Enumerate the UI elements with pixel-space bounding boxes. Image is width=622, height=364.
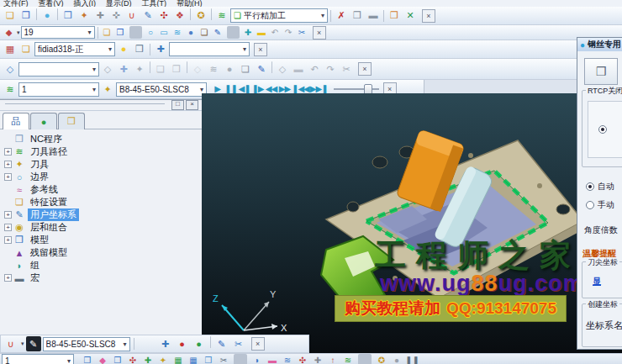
eraser-gray-icon[interactable]: ▬ (291, 61, 306, 76)
count-combo[interactable]: 19 ▾ (21, 26, 95, 39)
draw-toolbar-close-button[interactable]: × (313, 26, 326, 40)
save-icon[interactable]: ❒ (114, 26, 127, 39)
status-tool-combo[interactable]: B8-45-E50-SLSC8 ▾ (43, 337, 130, 351)
scissors-gray-icon[interactable]: ✂ (339, 61, 354, 76)
boundary-polygon-icon[interactable]: ◇ (3, 61, 18, 76)
redo-icon[interactable]: ↷ (282, 26, 295, 39)
tree-feature-sets[interactable]: ❏ 特征设置 (2, 196, 202, 208)
view-blue-icon[interactable]: ❒ (81, 354, 94, 364)
separator[interactable] (227, 26, 240, 39)
strategy-combo[interactable]: ❏ 平行精加工 ▾ (230, 8, 328, 23)
open-model-icon[interactable]: ❏ (18, 42, 34, 57)
close-panel-icon[interactable]: × (186, 100, 198, 110)
manual-radio[interactable] (586, 201, 594, 209)
pencil-blue-icon[interactable]: ✎ (214, 336, 229, 351)
status-toolbar-close-button[interactable]: × (251, 337, 265, 351)
tool-gold-icon[interactable]: ✦ (156, 354, 170, 364)
project-toolbar-close-button[interactable]: × (254, 43, 267, 56)
tree-workplanes[interactable]: + ✎ 用户坐标系 (2, 208, 202, 221)
view-pink-icon[interactable]: ◆ (96, 354, 109, 364)
boundary-tool-icon[interactable]: ✦ (132, 61, 147, 76)
separator[interactable] (187, 61, 187, 73)
chevron-down-icon[interactable]: ▾ (17, 29, 20, 36)
sphere-icon[interactable]: ● (185, 26, 198, 39)
boundary-combo[interactable]: ▾ (18, 62, 99, 76)
menu-file[interactable]: 文件(F) (3, 0, 29, 7)
view-blue2-icon[interactable]: ❒ (111, 354, 124, 364)
save-project-icon[interactable]: ❒ (18, 8, 34, 24)
tree-levels-and-sets[interactable]: + ◉ 层和组合 (2, 221, 202, 234)
tab-explorer[interactable]: 品 (3, 113, 29, 129)
tool-holder-icon[interactable]: ✦ (100, 82, 115, 97)
separator[interactable] (190, 8, 191, 20)
spring-green-icon[interactable]: ≋ (341, 354, 355, 364)
grid-green-icon[interactable]: ▦ (171, 354, 185, 364)
menu-view[interactable]: 查看(V) (39, 0, 64, 7)
anchor-gray-icon[interactable]: ✚ (311, 354, 324, 364)
menu-display[interactable]: 显示(D) (106, 0, 132, 7)
status-level-combo[interactable]: 1 ▾ (2, 354, 74, 364)
contact-shoe-icon[interactable]: ∪ (124, 8, 140, 24)
separator[interactable] (210, 336, 211, 348)
annotate-blue-icon[interactable]: ✎ (254, 61, 269, 76)
boundary-toolbar-close-button[interactable]: × (358, 62, 372, 76)
save-gray-icon[interactable]: ❒ (169, 61, 184, 76)
menu-help[interactable]: 帮助(H) (177, 0, 203, 7)
dialog-titlebar[interactable]: ● 钢丝专用 (577, 38, 622, 51)
patch-icon[interactable]: ▭ (158, 26, 171, 39)
expand-toggle-icon[interactable] (4, 135, 12, 143)
keyboard-icon[interactable]: ▬ (366, 8, 381, 24)
expand-toggle-icon[interactable] (4, 198, 12, 206)
expand-toggle-icon[interactable]: + (4, 148, 12, 156)
machine-sim-icon[interactable]: ❒ (132, 42, 147, 57)
scissors2-icon[interactable]: ✂ (217, 354, 230, 364)
feature-set-icon[interactable]: ◆ (3, 26, 15, 39)
restore-panel-icon[interactable]: □ (171, 100, 184, 110)
auto-radio[interactable] (586, 182, 594, 191)
boundary-loop-icon[interactable]: ○ (145, 26, 157, 39)
table-blue-icon[interactable]: ▦ (187, 354, 200, 364)
remove-tool-icon[interactable]: ✗ (334, 8, 349, 24)
boundary-white-icon[interactable]: ◇ (190, 61, 205, 76)
workplane-combo[interactable]: ▾ (169, 42, 250, 56)
tree-boundaries[interactable]: + ○ 边界 (2, 171, 202, 183)
curve-blue-icon[interactable]: ≋ (281, 354, 294, 364)
swoosh-blue-icon[interactable]: ◗ (250, 354, 264, 364)
menu-insert[interactable]: 插入(I) (74, 0, 97, 7)
drill-icon[interactable]: ✜ (108, 8, 124, 24)
show-button[interactable]: 显 (593, 276, 601, 288)
tree-patterns[interactable]: ≈ 参考线 (2, 183, 202, 196)
spring-gray-icon[interactable]: ≋ (206, 61, 221, 76)
project-combo[interactable]: fidiad318-正 ▾ (34, 42, 115, 56)
scissors-blue-icon[interactable]: ✂ (231, 336, 246, 351)
separator[interactable] (36, 8, 37, 20)
tool-magnet-icon[interactable]: ∪ (3, 336, 18, 351)
auto-radio-row[interactable]: 自动 (586, 181, 614, 193)
tool-mount-icon[interactable]: ✪ (193, 8, 208, 24)
annotate-icon[interactable]: ✎ (212, 26, 224, 39)
tree-stock-models[interactable]: ▲ 残留模型 (2, 246, 202, 259)
viewport-3d[interactable]: 工程师之家 www.ug88ug.com 购买教程请加 QQ:913147075… (202, 93, 622, 364)
points2-red-icon[interactable]: ✣ (296, 354, 309, 364)
chevron-down-icon[interactable]: ▾ (21, 340, 24, 347)
machine-tool-icon[interactable]: ❒ (387, 8, 402, 24)
machine-setup-button[interactable]: ❒ (584, 58, 618, 85)
main-toolbar-close-button[interactable]: × (422, 9, 435, 23)
menu-tools[interactable]: 工具(T) (142, 0, 167, 7)
ruler-pink-icon[interactable]: ▬ (266, 354, 279, 364)
arrow-up-icon[interactable]: ↑ (326, 354, 340, 364)
sphere-gray2-icon[interactable]: ● (390, 354, 403, 364)
manual-radio-row[interactable]: 手动 (586, 199, 614, 211)
expand-toggle-icon[interactable]: + (4, 173, 12, 181)
undo-gray-icon[interactable]: ↶ (307, 61, 322, 76)
tree-toolpaths[interactable]: + ≋ 刀具路径 (2, 145, 202, 158)
separator[interactable] (358, 354, 372, 364)
mount-gold-icon[interactable]: ✪ (375, 354, 388, 364)
expand-toggle-icon[interactable]: + (4, 274, 12, 282)
draw-mode-icon[interactable]: ✎ (26, 336, 41, 351)
toolpath-spring-icon[interactable]: ≋ (3, 82, 18, 97)
sphere-gray-icon[interactable]: ● (222, 61, 237, 76)
sim-toolpath-combo[interactable]: 1 ▾ (18, 82, 99, 97)
tree-macros[interactable]: + ▬ 宏 (2, 272, 202, 284)
rtcp-mode-radio[interactable] (598, 125, 607, 134)
